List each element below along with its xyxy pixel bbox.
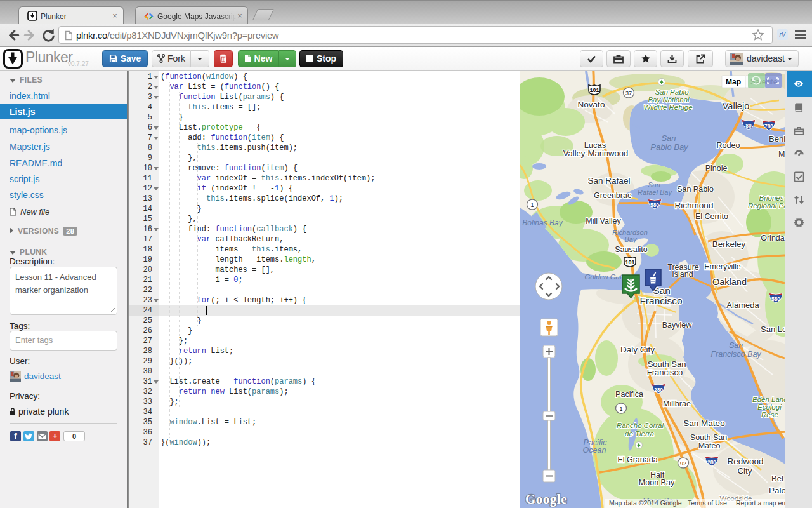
svg-text:580: 580 xyxy=(771,296,780,302)
svg-text:Valley-Marinwood: Valley-Marinwood xyxy=(563,149,628,158)
svg-text:Bay National: Bay National xyxy=(648,96,690,104)
svg-text:Golden Gate: Golden Gate xyxy=(584,273,625,281)
svg-text:37: 37 xyxy=(625,90,632,97)
svg-text:Redwood: Redwood xyxy=(727,457,763,466)
svg-text:Map data ©2014 Google: Map data ©2014 Google xyxy=(609,499,682,507)
svg-text:Vallejo: Vallejo xyxy=(723,101,749,111)
svg-text:Sausalito: Sausalito xyxy=(615,245,647,254)
svg-text:Rancho Corral: Rancho Corral xyxy=(617,422,664,429)
svg-text:Palo: Palo xyxy=(769,486,785,495)
svg-text:Bay: Bay xyxy=(625,236,638,243)
svg-text:de Tierra: de Tierra xyxy=(625,430,654,438)
svg-text:Briones: Briones xyxy=(759,194,784,202)
svg-text:City: City xyxy=(737,466,752,476)
svg-text:Richmond: Richmond xyxy=(675,201,714,210)
svg-text:San: San xyxy=(661,133,676,143)
svg-text:Report a map error: Report a map error xyxy=(736,499,785,507)
svg-text:San Pablo: San Pablo xyxy=(677,185,714,194)
svg-text:Eden Landi: Eden Landi xyxy=(752,396,785,403)
svg-text:Alameda: Alameda xyxy=(726,300,759,310)
svg-text:South San: South San xyxy=(690,433,727,442)
svg-text:San Pablo: San Pablo xyxy=(655,88,689,96)
svg-text:Novato: Novato xyxy=(578,100,605,109)
svg-text:Pacifica: Pacifica xyxy=(615,390,643,399)
svg-text:Millbrae: Millbrae xyxy=(663,399,691,408)
svg-text:1: 1 xyxy=(530,202,534,208)
svg-text:Island: Island xyxy=(672,270,693,279)
svg-text:Pablo Bay: Pablo Bay xyxy=(650,142,689,152)
svg-text:580: 580 xyxy=(650,202,659,208)
svg-text:Bayview: Bayview xyxy=(662,321,693,330)
svg-text:Map: Map xyxy=(726,77,741,86)
svg-text:Francisco: Francisco xyxy=(647,368,683,377)
svg-text:San: San xyxy=(729,341,743,350)
svg-text:Francisco: Francisco xyxy=(639,295,682,306)
svg-text:280: 280 xyxy=(707,459,716,465)
svg-text:Mill Valley: Mill Valley xyxy=(586,217,621,225)
svg-text:101: 101 xyxy=(589,87,599,93)
svg-text:Ecologi: Ecologi xyxy=(757,403,782,411)
svg-text:101: 101 xyxy=(625,259,634,265)
svg-text:El Granada: El Granada xyxy=(617,455,657,464)
svg-text:Bel: Bel xyxy=(771,474,783,483)
svg-text:Daly City: Daly City xyxy=(620,345,655,354)
svg-text:El Cerrito: El Cerrito xyxy=(695,212,728,221)
svg-text:San: San xyxy=(648,181,660,189)
svg-text:Bolinas Bay: Bolinas Bay xyxy=(522,218,563,227)
svg-text:Rafael Bay: Rafael Bay xyxy=(638,189,672,196)
svg-text:Greenbrae: Greenbrae xyxy=(594,191,632,200)
svg-text:San Mateo: San Mateo xyxy=(683,418,724,428)
svg-text:San Leandro: San Leandro xyxy=(761,324,785,334)
svg-text:Moon Bay: Moon Bay xyxy=(639,478,675,487)
svg-text:Terms of Use: Terms of Use xyxy=(688,499,727,507)
svg-text:Martinez: Martinez xyxy=(778,150,785,159)
svg-text:Emeryville: Emeryville xyxy=(704,262,741,271)
svg-text:Orinda: Orinda xyxy=(761,234,785,243)
svg-text:80: 80 xyxy=(745,123,752,129)
svg-text:Berkeley: Berkeley xyxy=(712,239,746,249)
svg-text:Ocean: Ocean xyxy=(583,446,606,455)
svg-text:280: 280 xyxy=(654,387,663,393)
svg-text:780: 780 xyxy=(764,123,773,130)
svg-text:San Rafael: San Rafael xyxy=(588,176,631,185)
svg-text:Rese: Rese xyxy=(761,411,778,418)
svg-text:Rodeo: Rodeo xyxy=(717,141,740,150)
svg-text:Pinole: Pinole xyxy=(705,164,728,173)
svg-text:Mateo: Mateo xyxy=(698,441,721,450)
svg-text:Wildlife Refuge: Wildlife Refuge xyxy=(643,104,692,111)
svg-text:92: 92 xyxy=(680,460,686,467)
svg-text:Benicia: Benicia xyxy=(769,134,785,144)
svg-text:Regional Park: Regional Park xyxy=(748,202,785,210)
svg-text:1: 1 xyxy=(619,406,622,412)
svg-text:Oakland: Oakland xyxy=(712,277,747,287)
svg-text:Francisco Bay: Francisco Bay xyxy=(710,350,761,359)
svg-text:Google: Google xyxy=(525,491,567,507)
